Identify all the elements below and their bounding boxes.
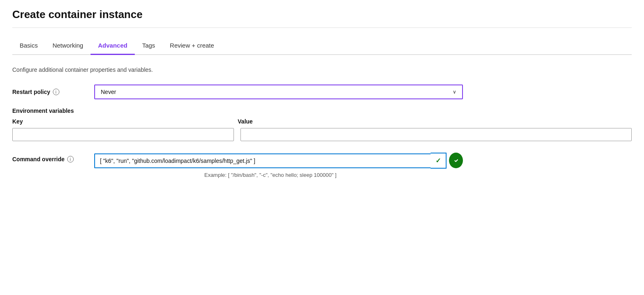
env-value-header: Value xyxy=(238,118,632,125)
tab-tags[interactable]: Tags xyxy=(135,38,163,55)
command-input-outer: ✓ Example: [ "/bin/bash", "-c", "echo he… xyxy=(94,153,463,178)
chevron-down-icon: ∨ xyxy=(453,89,456,95)
command-override-example: Example: [ "/bin/bash", "-c", "echo hell… xyxy=(94,172,447,178)
command-override-input[interactable] xyxy=(94,153,431,168)
env-table-headers: Key Value xyxy=(12,118,632,125)
command-input-row: ✓ xyxy=(94,153,447,169)
command-field-wrap: ✓ Example: [ "/bin/bash", "-c", "echo he… xyxy=(94,153,447,178)
command-override-control: ✓ Example: [ "/bin/bash", "-c", "echo he… xyxy=(94,153,463,178)
tab-networking[interactable]: Networking xyxy=(45,38,91,55)
env-value-input[interactable] xyxy=(240,128,632,141)
restart-policy-value: Never xyxy=(101,89,116,95)
env-key-header: Key xyxy=(12,118,231,125)
green-check-icon xyxy=(452,157,460,164)
command-override-info-icon[interactable]: i xyxy=(67,156,74,162)
restart-policy-label: Restart policy i xyxy=(12,89,94,95)
restart-policy-row: Restart policy i Never ∨ xyxy=(12,85,632,99)
tab-bar: Basics Networking Advanced Tags Review +… xyxy=(12,38,632,55)
env-table-row xyxy=(12,128,632,141)
tab-review-create[interactable]: Review + create xyxy=(163,38,222,55)
command-confirm-button[interactable] xyxy=(449,153,463,168)
command-check-button[interactable]: ✓ xyxy=(431,153,447,169)
tab-basics[interactable]: Basics xyxy=(12,38,45,55)
tab-advanced[interactable]: Advanced xyxy=(91,38,135,55)
restart-policy-dropdown[interactable]: Never ∨ xyxy=(94,85,463,99)
env-key-input[interactable] xyxy=(12,128,234,141)
restart-policy-control: Never ∨ xyxy=(94,85,463,99)
command-override-row: Command override i ✓ Example: [ "/bin/ba… xyxy=(12,153,632,178)
page-title: Create container instance xyxy=(12,8,632,21)
env-variables-label: Environment variables xyxy=(12,107,632,114)
title-divider xyxy=(12,27,632,28)
env-variables-section: Environment variables Key Value xyxy=(12,107,632,141)
section-description: Configure additional container propertie… xyxy=(12,66,632,73)
restart-policy-info-icon[interactable]: i xyxy=(53,89,59,95)
check-icon: ✓ xyxy=(435,157,441,165)
command-override-label: Command override i xyxy=(12,153,94,162)
env-variables-table: Key Value xyxy=(12,118,632,141)
